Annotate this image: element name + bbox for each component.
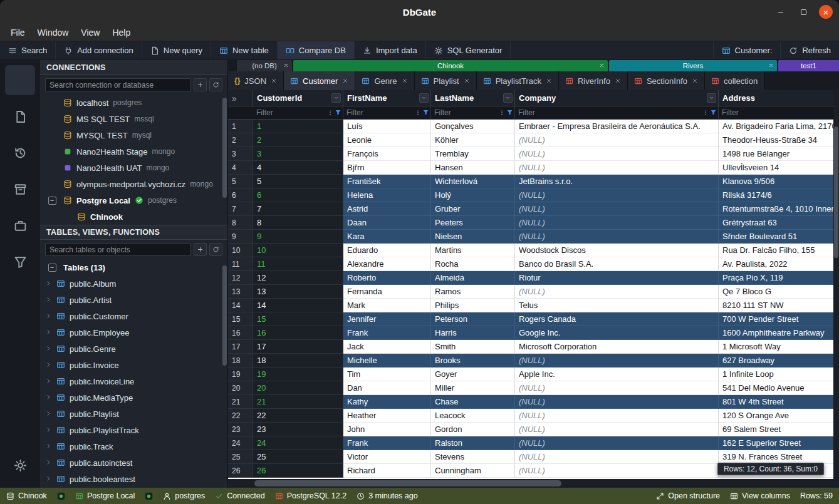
cell-firstname[interactable]: Astrid (343, 202, 431, 216)
connection-item[interactable]: Nano2Health Stagemongo (40, 143, 227, 160)
tab-sectioninfo[interactable]: SectionInfo (628, 71, 705, 90)
connection-item[interactable]: localhostpostgres (40, 95, 227, 111)
row-number[interactable]: 13 (228, 285, 253, 299)
cell-address[interactable]: Sřnder Boulevard 51 (719, 230, 839, 244)
row-number[interactable]: 4 (228, 161, 253, 175)
cell-firstname[interactable]: Luís (343, 120, 431, 133)
filter-menu-button[interactable] (499, 107, 505, 118)
cell-customerid[interactable]: 10 (253, 244, 343, 257)
close-icon[interactable] (271, 76, 277, 86)
table-item[interactable]: public.Album (40, 275, 227, 292)
cell-address[interactable]: 700 W Pender Street (719, 312, 839, 326)
tab-riverinfo[interactable]: RiverInfo (559, 71, 628, 90)
chevron-right-icon[interactable] (45, 296, 52, 305)
cell-customerid[interactable]: 11 (253, 257, 343, 271)
cell-firstname[interactable]: Fernanda (343, 285, 431, 299)
cell-lastname[interactable]: Peterson (431, 312, 515, 326)
filter-funnel-button[interactable] (422, 107, 429, 118)
chevron-right-icon[interactable] (45, 393, 52, 403)
row-number[interactable]: 12 (228, 271, 253, 285)
chevron-right-icon[interactable] (45, 377, 52, 386)
cell-address[interactable]: 541 Del Medio Avenue (719, 381, 839, 395)
sidebar-tool-database[interactable] (5, 65, 35, 95)
cell-address[interactable]: 319 N. Frances Street (719, 450, 839, 464)
cell-lastname[interactable]: Chase (431, 395, 515, 409)
toolbar-button-refresh[interactable]: Refresh (780, 41, 839, 59)
cell-lastname[interactable]: Brooks (431, 354, 515, 368)
vertical-scrollbar[interactable] (833, 90, 839, 479)
cell-company[interactable]: (NULL) (515, 230, 719, 244)
cell-address[interactable]: 801 W 4th Street (719, 395, 839, 409)
tab-playlist[interactable]: Playlist (415, 71, 477, 90)
db-group-tab-test1[interactable]: test1 (778, 60, 839, 71)
toolbar-button-new-query[interactable]: New query (142, 41, 211, 59)
chevron-right-icon[interactable] (45, 458, 52, 468)
cell-firstname[interactable]: Bjřrn (343, 161, 431, 175)
cell-firstname[interactable]: John (343, 423, 431, 436)
cell-lastname[interactable]: Philips (431, 299, 515, 312)
cell-lastname[interactable]: Miller (431, 381, 515, 395)
column-dropdown-button[interactable] (419, 93, 429, 103)
cell-firstname[interactable]: Mark (343, 299, 431, 312)
cell-firstname[interactable]: Helena (343, 188, 431, 202)
table-item[interactable]: public.InvoiceLine (40, 373, 227, 389)
grid-expand-all-button[interactable]: » (228, 90, 253, 106)
table-item[interactable]: public.Playlist (40, 406, 227, 422)
horizontal-scrollbar[interactable] (228, 479, 839, 488)
cell-company[interactable]: (NULL) (515, 450, 719, 464)
db-group-tab-Rivers[interactable]: Rivers (609, 60, 777, 71)
tab-json[interactable]: {}JSON (228, 71, 284, 90)
cell-address[interactable]: Theodor-Heuss-Straße 34 (719, 133, 839, 147)
connection-item[interactable]: MYSQL TESTmysql (40, 127, 227, 143)
row-number[interactable]: 5 (228, 175, 253, 188)
column-header-company[interactable]: Company (515, 90, 719, 106)
tab-playlisttrack[interactable]: PlaylistTrack (477, 71, 559, 90)
status-item-postgresql-12-2[interactable]: PostgreSQL 12.2 (275, 491, 347, 500)
cell-lastname[interactable]: Rocha (431, 257, 515, 271)
table-item[interactable]: public.Employee (40, 324, 227, 341)
status-item-connected[interactable]: Connected (215, 491, 264, 500)
database-item[interactable]: Chinook (40, 208, 227, 225)
cell-address[interactable]: Rilská 3174/6 (719, 188, 839, 202)
cell-address[interactable]: Ullevĺlsveien 14 (719, 161, 839, 175)
cell-firstname[interactable]: Frank (343, 436, 431, 450)
cell-customerid[interactable]: 1 (253, 120, 343, 133)
connections-scrollbar-thumb[interactable] (222, 98, 227, 198)
cell-lastname[interactable]: Gruber (431, 202, 515, 216)
close-icon[interactable] (342, 76, 348, 86)
connection-item[interactable]: MS SQL TESTmssql (40, 111, 227, 127)
column-header-lastname[interactable]: LastName (431, 90, 515, 106)
tab-genre[interactable]: Genre (355, 71, 414, 90)
cell-customerid[interactable]: 15 (253, 312, 343, 326)
filter-menu-button[interactable] (702, 107, 709, 118)
cell-lastname[interactable]: Gordon (431, 423, 515, 436)
connection-item[interactable]: olympus-medportal.vychozi.czmongo (40, 176, 227, 192)
table-item[interactable]: public.booleantest (40, 471, 227, 487)
tables-scrollbar-thumb[interactable] (222, 265, 227, 366)
close-icon[interactable] (692, 76, 698, 86)
cell-company[interactable]: Banco do Brasil S.A. (515, 257, 719, 271)
status-item-rows--59[interactable]: Rows: 59 (800, 491, 833, 500)
cell-address[interactable]: Praça Pio X, 119 (719, 271, 839, 285)
row-number[interactable]: 26 (228, 464, 253, 478)
cell-company[interactable]: (NULL) (515, 188, 719, 202)
cell-customerid[interactable]: 14 (253, 299, 343, 312)
chevron-right-icon[interactable] (45, 409, 52, 419)
cell-address[interactable]: 8210 111 ST NW (719, 299, 839, 312)
sidebar-tool-history[interactable] (5, 138, 35, 168)
refresh-connections-button[interactable] (209, 78, 222, 91)
row-number[interactable]: 16 (228, 326, 253, 340)
cell-customerid[interactable]: 5 (253, 175, 343, 188)
cell-company[interactable]: Google Inc. (515, 326, 719, 340)
horizontal-scrollbar-thumb[interactable] (254, 480, 561, 486)
menu-item-help[interactable]: Help (107, 26, 136, 39)
cell-company[interactable]: Riotur (515, 271, 719, 285)
cell-customerid[interactable]: 2 (253, 133, 343, 147)
filter-funnel-button[interactable] (710, 107, 717, 118)
row-number[interactable]: 25 (228, 450, 253, 464)
toolbar-button-add-connection[interactable]: Add connection (56, 41, 142, 59)
cell-address[interactable]: 627 Broadway (719, 354, 839, 368)
table-item[interactable]: public.Invoice (40, 357, 227, 373)
cell-lastname[interactable]: Ramos (431, 285, 515, 299)
menu-item-view[interactable]: View (75, 26, 105, 39)
